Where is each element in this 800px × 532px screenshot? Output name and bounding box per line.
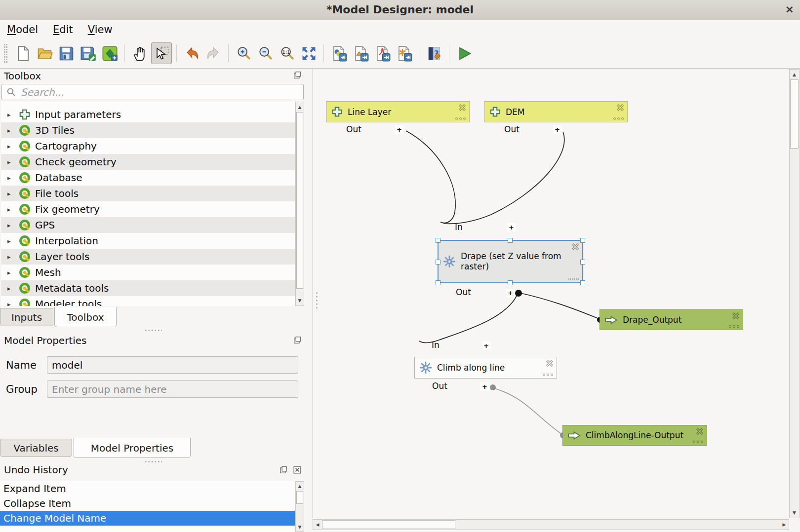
remove-node-icon[interactable] bbox=[458, 103, 467, 112]
undo-icon[interactable] bbox=[181, 42, 202, 64]
export-as-pdf-icon[interactable] bbox=[372, 42, 393, 64]
add-comment-button[interactable]: + bbox=[482, 342, 490, 350]
toolbox-scrollbar[interactable]: ▲ ▼ bbox=[295, 102, 304, 306]
zoom-out-icon[interactable] bbox=[255, 42, 276, 64]
remove-node-icon[interactable] bbox=[695, 427, 704, 436]
add-comment-button[interactable]: + bbox=[395, 125, 403, 134]
toolbox-item-check-geometry[interactable]: ▸Check geometry bbox=[1, 154, 295, 170]
export-as-python-icon[interactable] bbox=[328, 42, 349, 64]
scroll-up-icon[interactable]: ▲ bbox=[296, 482, 304, 490]
toolbar-drag-handle[interactable] bbox=[3, 43, 8, 63]
toolbox-search[interactable] bbox=[1, 84, 304, 100]
model-canvas[interactable]: Line Layer DEM Out + Out + In + Drape (s… bbox=[313, 69, 789, 518]
selection-handle[interactable] bbox=[436, 280, 440, 285]
help-icon[interactable]: ? bbox=[424, 42, 444, 64]
close-panel-icon[interactable] bbox=[293, 466, 301, 474]
open-model-icon[interactable] bbox=[34, 42, 55, 64]
expander-icon[interactable]: ▸ bbox=[1, 285, 17, 292]
canvas-splitter-handle[interactable] bbox=[315, 291, 319, 311]
undo-item-change-model-name[interactable]: Change Model Name bbox=[0, 511, 295, 526]
toolbox-item-cartography[interactable]: ▸Cartography bbox=[1, 138, 295, 154]
add-comment-button[interactable]: + bbox=[506, 289, 515, 297]
comment-dots-icon[interactable] bbox=[455, 117, 466, 120]
save-model-icon[interactable] bbox=[56, 42, 77, 64]
toolbox-item-database[interactable]: ▸Database bbox=[1, 170, 295, 186]
redo-icon[interactable] bbox=[203, 42, 224, 64]
node-dem[interactable]: DEM bbox=[484, 101, 628, 122]
scroll-up-icon[interactable]: ▲ bbox=[296, 103, 304, 111]
expander-icon[interactable]: ▸ bbox=[1, 127, 17, 134]
toolbox-item-fix-geometry[interactable]: ▸Fix geometry bbox=[1, 201, 295, 217]
comment-dots-icon[interactable] bbox=[693, 441, 704, 444]
expander-icon[interactable]: ▸ bbox=[1, 269, 17, 276]
scrollbar-thumb[interactable] bbox=[296, 491, 303, 504]
selection-handle[interactable] bbox=[436, 260, 440, 265]
expander-icon[interactable]: ▸ bbox=[1, 174, 17, 182]
remove-node-icon[interactable] bbox=[571, 242, 580, 251]
comment-dots-icon[interactable] bbox=[543, 374, 554, 377]
selection-handle[interactable] bbox=[580, 280, 585, 285]
undo-item-collapse[interactable]: Collapse Item bbox=[0, 496, 295, 511]
panel-splitter-handle[interactable] bbox=[144, 329, 162, 332]
add-comment-button[interactable]: + bbox=[480, 382, 489, 391]
scroll-left-icon[interactable]: ◀ bbox=[314, 520, 321, 530]
zoom-full-icon[interactable] bbox=[298, 42, 319, 64]
expander-icon[interactable]: ▸ bbox=[1, 143, 17, 150]
selection-handle[interactable] bbox=[508, 238, 513, 243]
select-icon[interactable] bbox=[151, 42, 172, 64]
add-comment-button[interactable]: + bbox=[553, 125, 561, 134]
expander-icon[interactable]: ▸ bbox=[1, 111, 17, 118]
add-comment-button[interactable]: + bbox=[507, 223, 516, 231]
scrollbar-thumb[interactable] bbox=[296, 112, 303, 289]
toolbox-item-metadata-tools[interactable]: ▸Metadata tools bbox=[1, 280, 295, 296]
window-close-button[interactable]: × bbox=[785, 3, 794, 15]
comment-dots-icon[interactable] bbox=[729, 325, 740, 328]
float-panel-icon[interactable] bbox=[280, 466, 287, 474]
expander-icon[interactable]: ▸ bbox=[1, 190, 17, 197]
model-name-field[interactable] bbox=[47, 356, 298, 374]
pan-icon[interactable] bbox=[129, 42, 150, 64]
toolbox-item-layer-tools[interactable]: ▸Layer tools bbox=[1, 249, 295, 265]
toolbox-item-modeler-tools[interactable]: ▸Modeler tools bbox=[1, 296, 295, 306]
save-model-as-icon[interactable] bbox=[78, 42, 98, 64]
scrollbar-thumb[interactable] bbox=[790, 79, 799, 149]
remove-node-icon[interactable] bbox=[545, 359, 554, 368]
expander-icon[interactable]: ▸ bbox=[1, 206, 17, 213]
expander-icon[interactable]: ▸ bbox=[1, 253, 17, 261]
toolbox-item-mesh[interactable]: ▸Mesh bbox=[1, 265, 295, 280]
float-panel-icon[interactable] bbox=[293, 336, 301, 344]
node-drape[interactable]: Drape (set Z value from raster) bbox=[438, 240, 583, 283]
expander-icon[interactable]: ▸ bbox=[1, 301, 17, 306]
scroll-down-icon[interactable]: ▼ bbox=[296, 523, 304, 531]
selection-handle[interactable] bbox=[580, 260, 585, 265]
new-model-icon[interactable] bbox=[12, 42, 33, 64]
expander-icon[interactable]: ▸ bbox=[1, 237, 17, 245]
toolbox-item-input-parameters[interactable]: ▸Input parameters bbox=[1, 107, 295, 122]
tab-toolbox[interactable]: Toolbox bbox=[54, 307, 117, 327]
menu-edit[interactable]: Edit bbox=[53, 24, 73, 36]
tab-model-properties[interactable]: Model Properties bbox=[74, 438, 191, 458]
zoom-in-icon[interactable] bbox=[233, 42, 254, 64]
toolbox-item-file-tools[interactable]: ▸File tools bbox=[1, 186, 295, 201]
remove-node-icon[interactable] bbox=[616, 103, 625, 112]
selection-handle[interactable] bbox=[580, 238, 585, 243]
comment-dots-icon[interactable] bbox=[613, 117, 624, 120]
expander-icon[interactable]: ▸ bbox=[1, 222, 17, 229]
selection-handle[interactable] bbox=[508, 280, 513, 285]
undo-item-expand[interactable]: Expand Item bbox=[0, 481, 295, 496]
menu-model[interactable]: Model bbox=[7, 24, 38, 36]
tab-variables[interactable]: Variables bbox=[0, 439, 72, 457]
menu-view[interactable]: View bbox=[88, 24, 113, 36]
panel-splitter-handle[interactable] bbox=[144, 460, 162, 463]
export-as-image-icon[interactable] bbox=[350, 42, 371, 64]
remove-node-icon[interactable] bbox=[731, 311, 740, 320]
undo-history-scrollbar[interactable]: ▲ ▼ bbox=[295, 481, 304, 532]
canvas-horizontal-scrollbar[interactable]: ◀ ▶ bbox=[313, 519, 789, 530]
float-panel-icon[interactable] bbox=[293, 71, 301, 79]
toolbox-item-gps[interactable]: ▸GPS bbox=[1, 217, 295, 233]
selection-handle[interactable] bbox=[436, 238, 440, 243]
node-climb-along-line[interactable]: Climb along line bbox=[414, 357, 557, 379]
scrollbar-thumb[interactable] bbox=[322, 520, 455, 529]
zoom-actual-size-icon[interactable]: 1:1 bbox=[277, 42, 297, 64]
run-model-icon[interactable] bbox=[454, 42, 475, 64]
